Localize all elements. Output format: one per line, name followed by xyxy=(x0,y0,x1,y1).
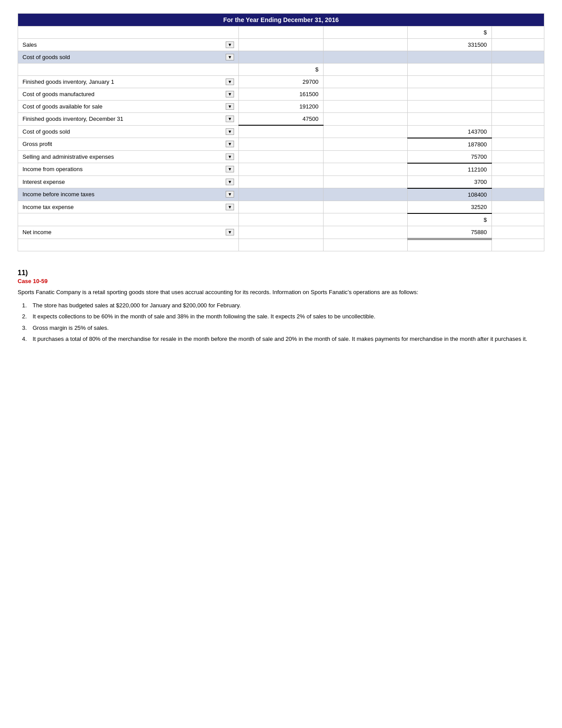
cogafs-col3 xyxy=(323,101,407,113)
table-row: Cost of goods manufactured ▼ 161500 xyxy=(18,88,544,101)
empty-label xyxy=(18,26,239,39)
cogs-result-value: 143700 xyxy=(407,125,491,138)
fg-jan-col4 xyxy=(407,76,491,88)
spacer xyxy=(491,26,544,39)
cogs-result-label: Cost of goods sold xyxy=(22,128,70,135)
sae-col3 xyxy=(323,150,407,163)
sub-col4 xyxy=(407,63,491,76)
row-label-ite: Income tax expense ▼ xyxy=(18,201,239,213)
table-row: Income tax expense ▼ 32520 xyxy=(18,201,544,213)
cogafs-col4 xyxy=(407,101,491,113)
spacer xyxy=(491,39,544,51)
table-row: Sales ▼ 331500 xyxy=(18,39,544,51)
spacer xyxy=(491,239,544,251)
section-11: 11) Case 10-59 Sports Fanatic Company is… xyxy=(18,269,544,343)
cogs-header-col4 xyxy=(407,51,491,63)
row-label-sae: Selling and administrative expenses ▼ xyxy=(18,150,239,163)
net-income-dropdown[interactable]: ▼ xyxy=(226,229,234,235)
table-header-title: For the Year Ending December 31, 2016 xyxy=(18,14,544,26)
cogs-header-col2 xyxy=(239,51,323,63)
cogs-header-dropdown[interactable]: ▼ xyxy=(226,54,234,60)
spacer xyxy=(491,175,544,188)
ni-dollar: $ xyxy=(407,213,491,226)
gross-profit-col3 xyxy=(323,138,407,151)
fg-dec-dropdown[interactable]: ▼ xyxy=(226,116,234,122)
row-label-cogafs: Cost of goods available for sale ▼ xyxy=(18,101,239,113)
empty-label3 xyxy=(18,213,239,226)
list-num-2: 2. xyxy=(22,312,33,321)
ifo-col3 xyxy=(323,163,407,176)
fg-jan-col3 xyxy=(323,76,407,88)
list-item-1: 1. The store has budgeted sales at $220,… xyxy=(22,301,544,310)
dollar-sign-row: $ xyxy=(18,26,544,39)
spacer xyxy=(491,138,544,151)
row-label-ibit: Income before income taxes ▼ xyxy=(18,188,239,201)
ibit-dropdown[interactable]: ▼ xyxy=(226,191,234,198)
list-num-4: 4. xyxy=(22,335,33,343)
financial-table: For the Year Ending December 31, 2016 $ … xyxy=(18,13,544,251)
ite-col3 xyxy=(323,201,407,213)
spacer xyxy=(491,51,544,63)
ite-value: 32520 xyxy=(407,201,491,213)
list-num-3: 3. xyxy=(22,324,33,332)
empty-bottom4 xyxy=(407,239,491,251)
spacer xyxy=(491,76,544,88)
cogs-header-label: Cost of goods sold xyxy=(22,54,70,60)
table-row: Finished goods inventory, January 1 ▼ 29… xyxy=(18,76,544,88)
ibit-value: 108400 xyxy=(407,188,491,201)
sub-col2-dollar: $ xyxy=(239,63,323,76)
fg-dec-col3 xyxy=(323,113,407,126)
sub-col3 xyxy=(323,63,407,76)
ibit-col3 xyxy=(323,188,407,201)
ite-label: Income tax expense xyxy=(22,204,74,210)
fg-dec-col4 xyxy=(407,113,491,126)
table-row: Gross profit ▼ 187800 xyxy=(18,138,544,151)
spacer xyxy=(491,150,544,163)
table-row: Net income ▼ 75880 xyxy=(18,226,544,239)
list-text-1: The store has budgeted sales at $220,000… xyxy=(33,301,241,310)
ifo-dropdown[interactable]: ▼ xyxy=(226,166,234,172)
col2-dollar xyxy=(239,26,323,39)
fg-jan-label: Finished goods inventory, January 1 xyxy=(22,78,114,85)
cogm-col4 xyxy=(407,88,491,101)
row-label-cogs-header: Cost of goods sold ▼ xyxy=(18,51,239,63)
net-income-dollar-row: $ xyxy=(18,213,544,226)
spacer xyxy=(491,201,544,213)
spacer xyxy=(491,101,544,113)
row-label-cogs-result: Cost of goods sold ▼ xyxy=(18,125,239,138)
bottom-spacer-row xyxy=(18,239,544,251)
fg-jan-dropdown[interactable]: ▼ xyxy=(226,78,234,85)
gross-profit-col2 xyxy=(239,138,323,151)
empty-bottom2 xyxy=(239,239,323,251)
cogm-dropdown[interactable]: ▼ xyxy=(226,91,234,97)
sub-dollar-row: $ xyxy=(18,63,544,76)
sae-label: Selling and administrative expenses xyxy=(22,153,114,160)
empty-label2 xyxy=(18,63,239,76)
cogafs-dropdown[interactable]: ▼ xyxy=(226,103,234,110)
ie-col3 xyxy=(323,175,407,188)
intro-text: Sports Fanatic Company is a retail sport… xyxy=(18,288,544,297)
row-label-ifo: Income from operations ▼ xyxy=(18,163,239,176)
ie-dropdown[interactable]: ▼ xyxy=(226,179,234,185)
table-row: Interest expense ▼ 3700 xyxy=(18,175,544,188)
col3-dollar xyxy=(323,26,407,39)
sales-dropdown[interactable]: ▼ xyxy=(226,41,234,48)
sae-col2 xyxy=(239,150,323,163)
row-label-fg-jan: Finished goods inventory, January 1 ▼ xyxy=(18,76,239,88)
ifo-value: 112100 xyxy=(407,163,491,176)
ie-col2 xyxy=(239,175,323,188)
col4-dollar: $ xyxy=(407,26,491,39)
sae-dropdown[interactable]: ▼ xyxy=(226,153,234,160)
gross-profit-dropdown[interactable]: ▼ xyxy=(226,141,234,147)
ifo-label: Income from operations xyxy=(22,166,83,172)
cogm-value: 161500 xyxy=(239,88,323,101)
net-income-col2 xyxy=(239,226,323,239)
ite-dropdown[interactable]: ▼ xyxy=(226,204,234,210)
spacer xyxy=(491,63,544,76)
table-row: Selling and administrative expenses ▼ 75… xyxy=(18,150,544,163)
cogafs-label: Cost of goods available for sale xyxy=(22,103,102,110)
list-text-3: Gross margin is 25% of sales. xyxy=(33,324,109,332)
cogs-result-dropdown[interactable]: ▼ xyxy=(226,128,234,135)
spacer xyxy=(491,125,544,138)
table-row: Income before income taxes ▼ 108400 xyxy=(18,188,544,201)
